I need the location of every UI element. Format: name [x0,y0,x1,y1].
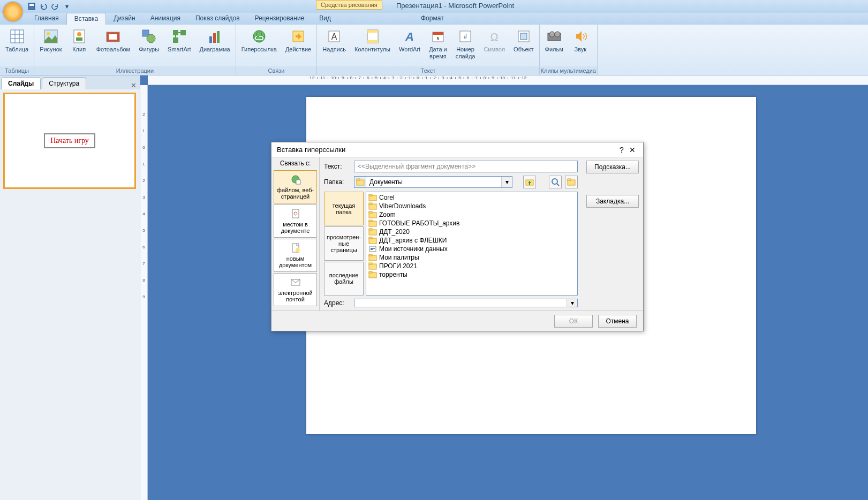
office-button[interactable] [2,1,24,22]
svg-rect-33 [433,32,443,35]
svg-rect-39 [520,33,527,40]
document-target-icon [290,208,301,219]
group-text: Текст [317,66,539,75]
svg-rect-68 [369,237,372,239]
folder-label: Папка: [324,178,351,186]
app-title: Презентация1 - Microsoft PowerPoint [396,2,514,10]
file-item[interactable]: ГОТОВЫЕ РАБОТЫ_архив [367,219,576,228]
undo-icon[interactable] [39,2,48,11]
link-to-label: Связать с: [274,160,317,167]
documents-folder-icon [354,177,366,187]
svg-rect-45 [292,209,299,218]
group-media: Клипы мультимедиа [540,66,597,75]
svg-point-53 [552,179,557,184]
browse-web-icon[interactable] [549,176,562,188]
file-item[interactable]: торренты [367,270,576,279]
help-icon[interactable]: ? [616,146,627,154]
address-label: Адрес: [324,299,351,307]
bookmark-button[interactable]: Закладка... [586,195,639,208]
svg-line-54 [557,184,559,186]
sound-button[interactable]: Звук [570,27,591,54]
browse-file-icon[interactable] [565,176,578,188]
date-time-button[interactable]: 5Дата и время [427,27,449,61]
chevron-down-icon[interactable]: ▾ [501,177,512,187]
link-to-newdoc[interactable]: новым документом [274,239,317,272]
tab-review[interactable]: Рецензирование [247,13,312,25]
svg-point-48 [296,248,300,252]
svg-rect-16 [173,30,178,35]
vertical-ruler: 210123456789 [140,85,148,500]
svg-rect-30 [367,40,378,43]
chart-button[interactable]: Диаграмма [198,27,232,54]
nav-visited-pages[interactable]: просмотрен- ные страницы [324,226,364,260]
svg-rect-71 [373,248,375,249]
dialog-title-bar[interactable]: Вставка гиперссылки ? ✕ [271,142,643,157]
nav-recent-files[interactable]: последние файлы [324,262,364,296]
redo-icon[interactable] [50,2,60,11]
tab-slides[interactable]: Слайды [1,77,41,89]
ok-button[interactable]: ОК [554,315,593,328]
display-text-input[interactable]: <<Выделенный фрагмент документа>> [354,161,578,172]
link-to-file[interactable]: файлом, веб- страницей [274,170,317,203]
up-folder-icon[interactable] [523,176,536,188]
drawing-tools-tab: Средства рисования [316,0,382,10]
svg-rect-11 [76,37,82,41]
svg-rect-19 [209,36,212,43]
close-pane-icon[interactable]: ✕ [131,81,137,89]
chevron-down-icon[interactable]: ▾ [567,299,577,307]
svg-rect-2 [11,30,24,43]
file-list[interactable]: CorelViberDownloadsZoomГОТОВЫЕ РАБОТЫ_ар… [366,192,578,296]
dialog-title: Вставка гиперссылки [277,146,345,154]
nav-current-folder[interactable]: текущая папка [324,192,364,225]
address-input[interactable]: ▾ [354,299,578,307]
svg-text:#: # [464,33,467,41]
svg-rect-44 [296,180,300,184]
slide-thumbnail-1[interactable]: Начать игру [3,93,136,189]
svg-point-15 [147,34,155,43]
file-item[interactable]: ДДТ_архив с ФЛЕШКИ [367,236,576,245]
smartart-button[interactable]: SmartArt [165,27,193,54]
svg-rect-51 [357,179,360,180]
screentip-button[interactable]: Подсказка... [586,161,639,173]
tab-animation[interactable]: Анимация [143,13,188,25]
group-illustrations: Иллюстрации [34,66,236,75]
slide-number-button[interactable]: #Номер слайда [454,27,478,61]
file-item[interactable]: Zoom [367,210,576,219]
tab-outline[interactable]: Структура [42,77,86,89]
tab-slideshow[interactable]: Показ слайдов [188,13,247,25]
svg-rect-58 [369,194,372,196]
shapes-button[interactable]: Фигуры [137,27,161,54]
wordart-button[interactable]: AWordArt [397,27,422,54]
save-icon[interactable] [27,2,36,11]
file-item[interactable]: ViberDownloads [367,202,576,210]
file-item[interactable]: Мои источники данных [367,245,576,253]
svg-rect-17 [180,30,186,35]
tab-insert[interactable]: Вставка [66,13,107,25]
svg-text:5: 5 [436,36,439,41]
tab-format[interactable]: Формат [413,13,451,25]
file-item[interactable]: ПРОГИ 2021 [367,262,576,270]
file-item[interactable]: Corel [367,193,576,202]
photoalbum-button[interactable]: Фотоальбом [94,27,133,54]
hyperlink-button[interactable]: Гиперссылка [239,27,279,54]
action-button[interactable]: Действие [283,27,313,54]
link-to-place[interactable]: местом в документе [274,204,317,238]
folder-combo[interactable]: Документы ▾ [354,176,512,188]
object-button[interactable]: Объект [511,27,535,54]
file-item[interactable]: ДДТ_2020 [367,228,576,236]
link-to-email[interactable]: электронной почтой [274,273,317,306]
movie-button[interactable]: Фильм [543,27,565,54]
file-item[interactable]: Мои палитры [367,253,576,262]
tab-view[interactable]: Вид [312,13,338,25]
tab-home[interactable]: Главная [27,13,66,25]
clipart-button[interactable]: Клип [69,27,90,54]
table-button[interactable]: Таблица [3,27,31,54]
header-footer-button[interactable]: Колонтитулы [352,27,393,54]
ribbon: Таблица Таблицы Рисунок Клип Фотоальбом … [0,25,868,75]
qat-dropdown-icon[interactable]: ▾ [62,2,72,11]
textbox-button[interactable]: AНадпись [320,27,348,54]
tab-design[interactable]: Дизайн [106,13,142,25]
cancel-button[interactable]: Отмена [598,315,637,328]
picture-button[interactable]: Рисунок [37,27,64,54]
close-icon[interactable]: ✕ [627,146,638,154]
